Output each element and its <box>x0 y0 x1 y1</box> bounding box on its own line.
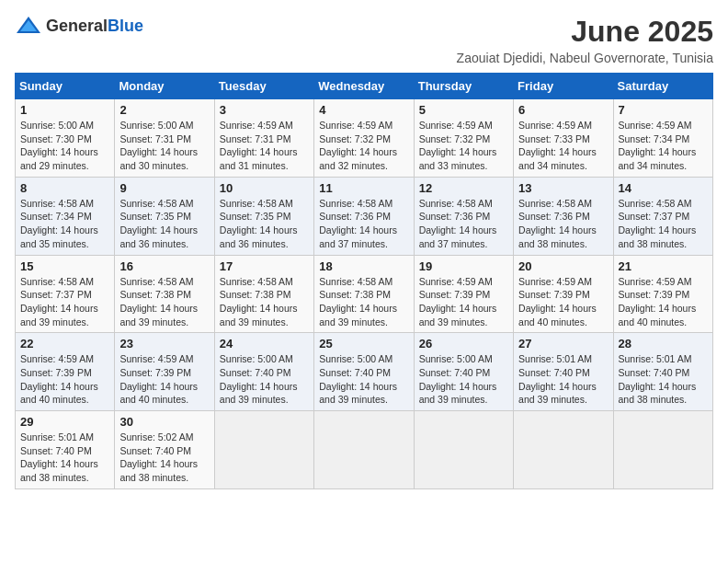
title-block: June 2025 Zaouiat Djedidi, Nabeul Govern… <box>457 15 713 65</box>
day-number: 26 <box>419 337 508 350</box>
calendar-cell: 30Sunrise: 5:02 AMSunset: 7:40 PMDayligh… <box>115 411 214 489</box>
day-info: Sunrise: 5:00 AMSunset: 7:30 PMDaylight:… <box>20 119 109 173</box>
calendar-cell: 12Sunrise: 4:58 AMSunset: 7:36 PMDayligh… <box>414 177 513 255</box>
logo-blue: Blue <box>108 17 143 35</box>
day-number: 13 <box>518 181 608 195</box>
page-header: GeneralBlue June 2025 Zaouiat Djedidi, N… <box>15 15 713 65</box>
calendar-cell: 28Sunrise: 5:01 AMSunset: 7:40 PMDayligh… <box>613 333 712 411</box>
calendar-week-4: 22Sunrise: 4:59 AMSunset: 7:39 PMDayligh… <box>16 333 713 411</box>
day-info: Sunrise: 4:59 AMSunset: 7:39 PMDaylight:… <box>619 275 708 329</box>
weekday-header-friday: Friday <box>514 74 613 99</box>
weekday-header-monday: Monday <box>115 74 214 99</box>
day-number: 14 <box>619 181 708 195</box>
day-info: Sunrise: 5:01 AMSunset: 7:40 PMDaylight:… <box>518 352 608 407</box>
calendar-cell: 19Sunrise: 4:59 AMSunset: 7:39 PMDayligh… <box>414 255 513 333</box>
weekday-header-wednesday: Wednesday <box>314 74 414 99</box>
day-number: 9 <box>119 181 209 195</box>
logo-general: General <box>46 17 108 35</box>
day-info: Sunrise: 4:58 AMSunset: 7:37 PMDaylight:… <box>619 197 708 251</box>
day-number: 2 <box>119 103 209 117</box>
day-info: Sunrise: 4:58 AMSunset: 7:37 PMDaylight:… <box>20 275 109 329</box>
calendar-week-3: 15Sunrise: 4:58 AMSunset: 7:37 PMDayligh… <box>16 255 713 333</box>
day-info: Sunrise: 4:59 AMSunset: 7:39 PMDaylight:… <box>20 352 109 407</box>
day-number: 27 <box>518 337 608 350</box>
day-info: Sunrise: 4:59 AMSunset: 7:33 PMDaylight:… <box>518 119 608 173</box>
calendar-week-5: 29Sunrise: 5:01 AMSunset: 7:40 PMDayligh… <box>16 411 713 489</box>
day-number: 5 <box>419 103 508 117</box>
day-info: Sunrise: 5:00 AMSunset: 7:40 PMDaylight:… <box>319 352 408 407</box>
calendar-cell: 9Sunrise: 4:58 AMSunset: 7:35 PMDaylight… <box>115 177 214 255</box>
day-number: 19 <box>419 259 508 273</box>
day-number: 3 <box>220 103 309 117</box>
day-info: Sunrise: 4:59 AMSunset: 7:39 PMDaylight:… <box>419 275 508 329</box>
calendar-cell: 4Sunrise: 4:59 AMSunset: 7:32 PMDaylight… <box>314 99 414 178</box>
day-info: Sunrise: 4:59 AMSunset: 7:31 PMDaylight:… <box>220 119 309 173</box>
calendar-cell: 21Sunrise: 4:59 AMSunset: 7:39 PMDayligh… <box>613 255 712 333</box>
day-info: Sunrise: 4:59 AMSunset: 7:39 PMDaylight:… <box>518 275 608 329</box>
calendar-cell: 20Sunrise: 4:59 AMSunset: 7:39 PMDayligh… <box>514 255 613 333</box>
day-number: 23 <box>119 337 209 350</box>
calendar-cell <box>314 411 414 489</box>
calendar-cell: 18Sunrise: 4:58 AMSunset: 7:38 PMDayligh… <box>314 255 414 333</box>
logo-icon <box>15 15 42 37</box>
day-info: Sunrise: 5:00 AMSunset: 7:40 PMDaylight:… <box>220 352 309 407</box>
day-info: Sunrise: 4:58 AMSunset: 7:38 PMDaylight:… <box>220 275 309 329</box>
calendar-cell: 1Sunrise: 5:00 AMSunset: 7:30 PMDaylight… <box>16 99 115 178</box>
logo: GeneralBlue <box>15 15 143 37</box>
calendar-cell: 22Sunrise: 4:59 AMSunset: 7:39 PMDayligh… <box>16 333 115 411</box>
weekday-header-thursday: Thursday <box>414 74 513 99</box>
calendar-cell <box>613 411 712 489</box>
day-info: Sunrise: 5:00 AMSunset: 7:40 PMDaylight:… <box>419 352 508 407</box>
day-number: 8 <box>20 181 109 195</box>
day-number: 28 <box>619 337 708 350</box>
day-number: 12 <box>419 181 508 195</box>
day-info: Sunrise: 4:59 AMSunset: 7:32 PMDaylight:… <box>419 119 508 173</box>
weekday-header-saturday: Saturday <box>613 74 712 99</box>
day-number: 16 <box>119 259 209 273</box>
day-number: 15 <box>20 259 109 273</box>
day-info: Sunrise: 4:58 AMSunset: 7:36 PMDaylight:… <box>518 197 608 251</box>
calendar-cell: 23Sunrise: 4:59 AMSunset: 7:39 PMDayligh… <box>115 333 214 411</box>
day-number: 4 <box>319 103 408 117</box>
calendar-cell: 10Sunrise: 4:58 AMSunset: 7:35 PMDayligh… <box>214 177 313 255</box>
day-number: 22 <box>20 337 109 350</box>
calendar-week-1: 1Sunrise: 5:00 AMSunset: 7:30 PMDaylight… <box>16 99 713 178</box>
day-number: 1 <box>20 103 109 117</box>
day-info: Sunrise: 5:02 AMSunset: 7:40 PMDaylight:… <box>119 431 209 485</box>
calendar-week-2: 8Sunrise: 4:58 AMSunset: 7:34 PMDaylight… <box>16 177 713 255</box>
calendar-cell: 24Sunrise: 5:00 AMSunset: 7:40 PMDayligh… <box>214 333 313 411</box>
weekday-header-row: SundayMondayTuesdayWednesdayThursdayFrid… <box>16 74 713 99</box>
day-info: Sunrise: 4:58 AMSunset: 7:38 PMDaylight:… <box>119 275 209 329</box>
day-number: 6 <box>518 103 608 117</box>
day-info: Sunrise: 4:59 AMSunset: 7:32 PMDaylight:… <box>319 119 408 173</box>
calendar-cell: 11Sunrise: 4:58 AMSunset: 7:36 PMDayligh… <box>314 177 414 255</box>
day-info: Sunrise: 5:00 AMSunset: 7:31 PMDaylight:… <box>119 119 209 173</box>
calendar-table: SundayMondayTuesdayWednesdayThursdayFrid… <box>15 73 713 489</box>
location: Zaouiat Djedidi, Nabeul Governorate, Tun… <box>457 51 713 65</box>
calendar-cell: 17Sunrise: 4:58 AMSunset: 7:38 PMDayligh… <box>214 255 313 333</box>
day-number: 10 <box>220 181 309 195</box>
day-info: Sunrise: 5:01 AMSunset: 7:40 PMDaylight:… <box>619 352 708 407</box>
calendar-cell: 16Sunrise: 4:58 AMSunset: 7:38 PMDayligh… <box>115 255 214 333</box>
day-info: Sunrise: 4:59 AMSunset: 7:39 PMDaylight:… <box>119 352 209 407</box>
logo-text: GeneralBlue <box>46 17 143 36</box>
day-number: 17 <box>220 259 309 273</box>
day-info: Sunrise: 4:58 AMSunset: 7:35 PMDaylight:… <box>119 197 209 251</box>
day-info: Sunrise: 4:58 AMSunset: 7:34 PMDaylight:… <box>20 197 109 251</box>
day-number: 18 <box>319 259 408 273</box>
calendar-cell <box>514 411 613 489</box>
day-number: 30 <box>119 415 209 429</box>
calendar-cell: 26Sunrise: 5:00 AMSunset: 7:40 PMDayligh… <box>414 333 513 411</box>
day-number: 7 <box>619 103 708 117</box>
month-year: June 2025 <box>457 15 713 49</box>
calendar-cell: 13Sunrise: 4:58 AMSunset: 7:36 PMDayligh… <box>514 177 613 255</box>
day-number: 25 <box>319 337 408 350</box>
day-info: Sunrise: 4:58 AMSunset: 7:38 PMDaylight:… <box>319 275 408 329</box>
calendar-cell: 8Sunrise: 4:58 AMSunset: 7:34 PMDaylight… <box>16 177 115 255</box>
calendar-cell: 3Sunrise: 4:59 AMSunset: 7:31 PMDaylight… <box>214 99 313 178</box>
calendar-cell: 6Sunrise: 4:59 AMSunset: 7:33 PMDaylight… <box>514 99 613 178</box>
calendar-cell: 5Sunrise: 4:59 AMSunset: 7:32 PMDaylight… <box>414 99 513 178</box>
day-info: Sunrise: 5:01 AMSunset: 7:40 PMDaylight:… <box>20 431 109 485</box>
weekday-header-tuesday: Tuesday <box>214 74 313 99</box>
day-info: Sunrise: 4:59 AMSunset: 7:34 PMDaylight:… <box>619 119 708 173</box>
